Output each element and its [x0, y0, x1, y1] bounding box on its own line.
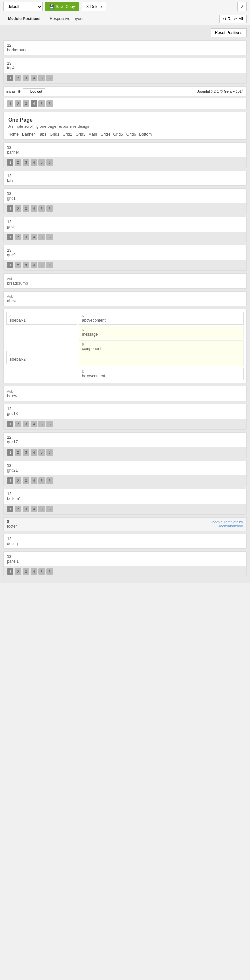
banner-grid-6[interactable]: 6: [46, 159, 53, 166]
panel1-cell-4[interactable]: 4: [31, 568, 37, 575]
bottom1-cell-6[interactable]: 6: [46, 506, 53, 512]
tab-module-positions[interactable]: Module Positions: [3, 14, 45, 24]
expand-button[interactable]: ⤢: [237, 2, 247, 11]
grid9-cell-3[interactable]: 3: [23, 262, 29, 269]
grid9-cell-4[interactable]: 4: [31, 262, 37, 269]
grid5-cell-4[interactable]: 4: [31, 234, 37, 240]
preview-grid-1[interactable]: 1: [7, 100, 13, 107]
nav-grid3[interactable]: Grid3: [76, 132, 85, 137]
reset-positions-button[interactable]: Reset Positions: [211, 28, 247, 37]
grid5-cell-6[interactable]: 6: [46, 234, 53, 240]
grid17-cell-4[interactable]: 4: [31, 449, 37, 456]
panel1-cell-1[interactable]: 1: [7, 568, 13, 575]
module-grid9: 13 grid9 1 2 3 4 5 6: [3, 245, 247, 271]
nav-grid2[interactable]: Grid2: [62, 132, 72, 137]
nav-grid1[interactable]: Grid1: [50, 132, 59, 137]
banner-grid-2[interactable]: 2: [15, 159, 21, 166]
grid13-cell-2[interactable]: 2: [15, 421, 21, 427]
banner-grid-1[interactable]: 1: [7, 159, 13, 166]
grid1-cell-3[interactable]: 3: [23, 205, 29, 212]
grid17-cell-1[interactable]: 1: [7, 449, 13, 456]
nav-main[interactable]: Main: [89, 132, 97, 137]
module-bottom1: 12 bottom1 1 2 3 4 5 6: [3, 489, 247, 515]
nav-grid6[interactable]: Grid6: [126, 132, 136, 137]
grid5-cell-5[interactable]: 5: [38, 234, 45, 240]
grid1-cell-1[interactable]: 1: [7, 205, 13, 212]
preview-grid-5[interactable]: 5: [38, 100, 45, 107]
module-debug-number: 12: [7, 537, 243, 541]
reset-all-button[interactable]: ↺ Reset All: [219, 15, 247, 23]
banner-grid-5[interactable]: 5: [38, 159, 45, 166]
module-top4-name: top4: [7, 65, 14, 70]
grid13-cell-6[interactable]: 6: [46, 421, 53, 427]
grid-cell-1[interactable]: 1: [7, 75, 13, 81]
grid9-cell-2[interactable]: 2: [15, 262, 21, 269]
bottom1-cell-3[interactable]: 3: [23, 506, 29, 512]
template-select[interactable]: default: [3, 2, 43, 11]
one-page-title: One Page: [8, 117, 242, 123]
grid21-cell-6[interactable]: 6: [46, 477, 53, 484]
module-grid1: 12 grid1 1 2 3 4 5 6: [3, 188, 247, 214]
grid1-cell-5[interactable]: 5: [38, 205, 45, 212]
nav-tabs[interactable]: Tabs: [38, 132, 46, 137]
grid13-cell-5[interactable]: 5: [38, 421, 45, 427]
banner-grid-3[interactable]: 3: [23, 159, 29, 166]
bottom1-cell-1[interactable]: 1: [7, 506, 13, 512]
grid1-cell-6[interactable]: 6: [46, 205, 53, 212]
nav-home[interactable]: Home: [8, 132, 19, 137]
panel1-cell-3[interactable]: 3: [23, 568, 29, 575]
grid17-cell-6[interactable]: 6: [46, 449, 53, 456]
panel1-cell-5[interactable]: 5: [38, 568, 45, 575]
preview-grid-6[interactable]: 6: [46, 100, 53, 107]
delete-button[interactable]: ✕ Delete: [82, 2, 106, 11]
grid17-cell-2[interactable]: 2: [15, 449, 21, 456]
nav-grid4[interactable]: Grid4: [100, 132, 110, 137]
one-page-nav: Home Banner Tabs Grid1 Grid2 Grid3 Main …: [8, 132, 242, 137]
module-panel1-header: 12 panel1: [4, 552, 246, 566]
nav-banner[interactable]: Banner: [22, 132, 35, 137]
banner-grid-4[interactable]: 4: [31, 159, 37, 166]
grid17-cell-5[interactable]: 5: [38, 449, 45, 456]
grid21-cell-2[interactable]: 2: [15, 477, 21, 484]
grid-cell-6[interactable]: 6: [46, 75, 53, 81]
grid5-cell-1[interactable]: 1: [7, 234, 13, 240]
module-background-header: 12 background: [4, 41, 246, 55]
nav-bottom[interactable]: Bottom: [139, 132, 152, 137]
tab-responsive-layout[interactable]: Responsive Layout: [45, 14, 88, 24]
grid-cell-5[interactable]: 5: [38, 75, 45, 81]
module-grid5-name: grid5: [7, 224, 16, 229]
grid13-cell-1[interactable]: 1: [7, 421, 13, 427]
grid21-cell-3[interactable]: 3: [23, 477, 29, 484]
footer-link-line1[interactable]: Joomla Template by: [211, 520, 243, 524]
grid9-cell-1[interactable]: 1: [7, 262, 13, 269]
grid17-cell-3[interactable]: 3: [23, 449, 29, 456]
grid13-cell-3[interactable]: 3: [23, 421, 29, 427]
grid21-cell-4[interactable]: 4: [31, 477, 37, 484]
footer-link-line2[interactable]: Joomlabamboo: [218, 524, 243, 528]
panel1-cell-6[interactable]: 6: [46, 568, 53, 575]
bottom1-cell-2[interactable]: 2: [15, 506, 21, 512]
grid9-cell-5[interactable]: 5: [38, 262, 45, 269]
grid-cell-4[interactable]: 4: [31, 75, 37, 81]
bottom1-cell-5[interactable]: 5: [38, 506, 45, 512]
grid13-cell-4[interactable]: 4: [31, 421, 37, 427]
grid-cell-2[interactable]: 2: [15, 75, 21, 81]
grid21-cell-1[interactable]: 1: [7, 477, 13, 484]
bottom1-cell-4[interactable]: 4: [31, 506, 37, 512]
grid5-cell-3[interactable]: 3: [23, 234, 29, 240]
preview-grid-2[interactable]: 2: [15, 100, 21, 107]
save-copy-button[interactable]: 💾 Save Copy: [45, 2, 79, 11]
grid-cell-3[interactable]: 3: [23, 75, 29, 81]
logout-button[interactable]: — Log out: [23, 88, 45, 94]
nav-grid5[interactable]: Grid5: [113, 132, 123, 137]
gentry-label: © Gentry 2014: [220, 89, 244, 93]
reset-positions-bar: Reset Positions: [3, 28, 247, 37]
grid1-cell-4[interactable]: 4: [31, 205, 37, 212]
preview-grid-4[interactable]: 4: [31, 100, 37, 107]
grid5-cell-2[interactable]: 2: [15, 234, 21, 240]
grid1-cell-2[interactable]: 2: [15, 205, 21, 212]
grid21-cell-5[interactable]: 5: [38, 477, 45, 484]
grid9-cell-6[interactable]: 6: [46, 262, 53, 269]
panel1-cell-2[interactable]: 2: [15, 568, 21, 575]
preview-grid-3[interactable]: 3: [23, 100, 29, 107]
